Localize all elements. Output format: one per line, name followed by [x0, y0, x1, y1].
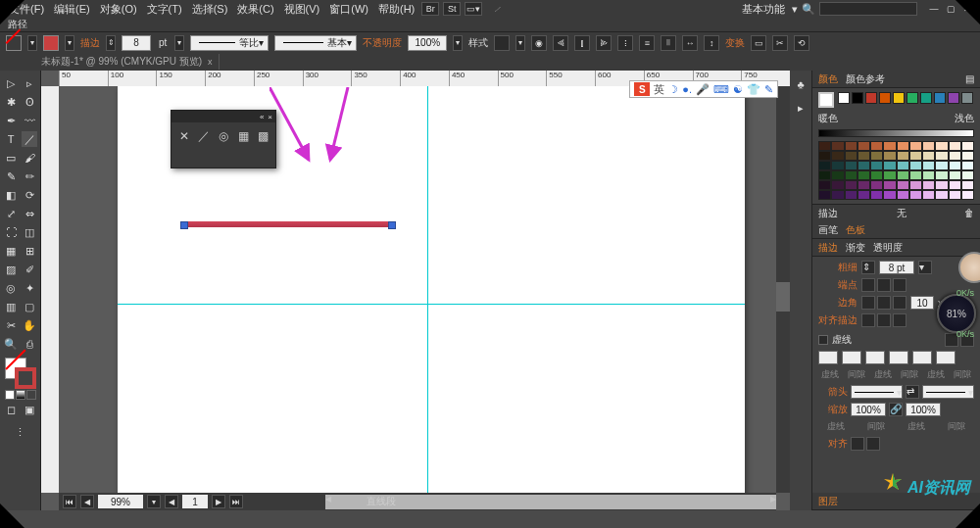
stroke-header[interactable]: 描边 渐变 透明度 — [812, 239, 980, 257]
brush-spiral-icon[interactable]: ◎ — [217, 128, 230, 144]
screen-normal[interactable]: ◻ — [2, 401, 20, 418]
gap-1[interactable] — [842, 351, 861, 364]
guide-h[interactable] — [118, 304, 745, 305]
palette-cell[interactable] — [949, 141, 961, 151]
panel-collapse-icon[interactable]: « — [260, 113, 264, 121]
palette-cell[interactable] — [870, 141, 883, 151]
brush-tool[interactable]: 🖌 — [21, 149, 38, 167]
palette-cell[interactable] — [858, 161, 870, 170]
dist-v-icon[interactable]: ↕ — [704, 35, 719, 51]
first-artboard-button[interactable]: ⏮ — [63, 495, 76, 508]
opacity-input[interactable]: 100% — [408, 35, 447, 51]
align-l-icon[interactable]: ⫷ — [553, 35, 568, 51]
palette-cell[interactable] — [858, 170, 870, 180]
ime-pen-icon[interactable]: ✎ — [764, 83, 773, 96]
blend-tool[interactable]: ◎ — [2, 279, 20, 297]
color-swatch[interactable] — [920, 92, 932, 104]
palette-cell[interactable] — [883, 180, 896, 190]
palette-cell[interactable] — [961, 180, 974, 190]
palette-cell[interactable] — [909, 170, 922, 180]
transparency-tab[interactable]: 透明度 — [873, 241, 903, 255]
stroke-step[interactable]: ⇕ — [106, 35, 116, 51]
opacity-dd[interactable]: ▾ — [453, 35, 463, 51]
palette-cell[interactable] — [845, 190, 858, 200]
palette-cell[interactable] — [897, 170, 909, 180]
artboard-page[interactable]: 1 — [182, 495, 208, 508]
scale-start[interactable]: 100% — [851, 403, 886, 416]
color-swatch[interactable] — [906, 92, 918, 104]
hand-tool[interactable]: ✋ — [21, 316, 38, 334]
dash-checkbox[interactable] — [818, 335, 828, 345]
palette-cell[interactable] — [883, 170, 896, 180]
palette-cell[interactable] — [858, 141, 870, 151]
persp-tool[interactable]: ▦ — [2, 242, 20, 260]
palette-cell[interactable] — [961, 170, 974, 180]
arrange-button[interactable]: ▭▾ — [465, 2, 482, 16]
palette-cell[interactable] — [870, 161, 883, 170]
none-mode[interactable] — [26, 390, 36, 400]
pencil-tool[interactable]: ✏ — [21, 168, 38, 185]
cap-butt[interactable] — [861, 278, 875, 292]
workspace-switcher[interactable]: 基本功能 — [739, 2, 788, 17]
gradient-tool[interactable]: ▨ — [2, 261, 20, 278]
thick-dd[interactable]: ▾ — [918, 261, 932, 274]
screen-full[interactable]: ▣ — [21, 401, 38, 418]
ime-kbd-icon[interactable]: ⌨ — [713, 83, 729, 96]
line-object[interactable] — [184, 221, 392, 227]
arrow-align1[interactable] — [851, 437, 864, 451]
selection-tool[interactable]: ▷ — [2, 74, 20, 92]
palette-cell[interactable] — [949, 190, 961, 200]
stock-button[interactable]: St — [443, 2, 461, 16]
brushes-tab[interactable]: 画笔 — [818, 223, 838, 237]
palette-cell[interactable] — [922, 151, 935, 161]
ime-lang[interactable]: 英 — [654, 82, 664, 97]
direct-sel-tool[interactable]: ▹ — [21, 74, 38, 92]
curvature-tool[interactable]: 〰 — [21, 112, 38, 129]
scale-end[interactable]: 100% — [906, 403, 941, 416]
palette-cell[interactable] — [858, 190, 870, 200]
tab-close-icon[interactable]: x — [208, 57, 213, 67]
menu-window[interactable]: 窗口(W) — [326, 2, 371, 17]
palette-cell[interactable] — [935, 180, 948, 190]
xform-icon[interactable]: ⟲ — [794, 35, 809, 51]
palette-cell[interactable] — [883, 161, 896, 170]
ime-skin-icon[interactable]: 👕 — [747, 83, 760, 96]
color-swatch[interactable] — [852, 92, 863, 104]
scrollbar-h[interactable]: ◀ ▶ — [325, 495, 776, 509]
slice-tool[interactable]: ✂ — [2, 316, 20, 334]
align-c-icon[interactable]: ⫿ — [574, 35, 590, 51]
palette-cell[interactable] — [961, 151, 974, 161]
pen-tool[interactable]: ✒ — [2, 112, 20, 129]
color-mode[interactable] — [5, 390, 15, 400]
graph-tool[interactable]: ▥ — [2, 298, 20, 315]
ruler-vertical[interactable] — [41, 86, 59, 493]
color-palette[interactable] — [818, 141, 974, 200]
style-dd[interactable]: ▾ — [515, 35, 525, 51]
palette-cell[interactable] — [909, 190, 922, 200]
palette-cell[interactable] — [845, 170, 858, 180]
palette-cell[interactable] — [883, 151, 896, 161]
palette-cell[interactable] — [949, 170, 961, 180]
color-tab[interactable]: 颜色 — [818, 72, 838, 86]
scale-link[interactable]: 🔗 — [889, 403, 903, 416]
align-t-icon[interactable]: ⫶ — [617, 35, 633, 51]
menu-object[interactable]: 对象(O) — [97, 2, 140, 17]
align-inside[interactable] — [877, 313, 891, 327]
shapebuild-tool[interactable]: ◫ — [21, 223, 38, 241]
palette-cell[interactable] — [870, 180, 883, 190]
palette-cell[interactable] — [870, 190, 883, 200]
palette-cell[interactable] — [961, 190, 974, 200]
menu-effect[interactable]: 效果(C) — [234, 2, 276, 17]
gap-2[interactable] — [889, 351, 908, 364]
palette-cell[interactable] — [818, 170, 831, 180]
brush-box[interactable]: 基本▾ — [274, 35, 357, 51]
cap-proj[interactable] — [893, 278, 906, 292]
active-fill-swatch[interactable] — [818, 92, 834, 108]
align-m-icon[interactable]: ≡ — [639, 35, 655, 51]
arrow-start[interactable]: ▾ — [851, 385, 903, 399]
arrow-align2[interactable] — [866, 437, 880, 451]
scale-tool[interactable]: ⤢ — [2, 205, 20, 222]
join-round[interactable] — [877, 296, 891, 310]
palette-cell[interactable] — [935, 161, 948, 170]
scrollbar-v[interactable] — [776, 86, 790, 493]
